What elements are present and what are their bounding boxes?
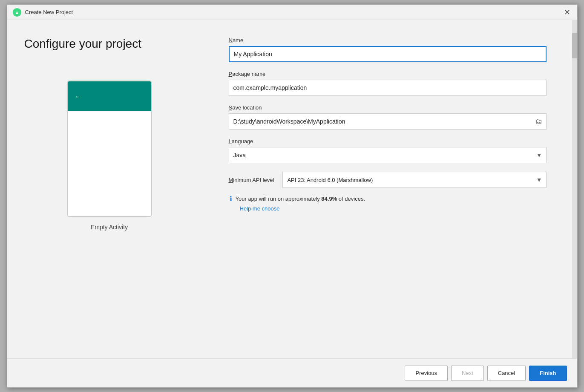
language-select[interactable]: Java Kotlin <box>229 147 547 163</box>
info-icon: ℹ <box>230 195 232 203</box>
package-name-input[interactable] <box>229 80 547 96</box>
dialog-title: Create New Project <box>25 9 73 15</box>
close-button[interactable]: ✕ <box>562 8 572 17</box>
api-select-wrapper: API 16: Android 4.1 (Jelly Bean) API 17:… <box>282 172 546 188</box>
language-select-wrapper: Java Kotlin ▼ <box>229 147 547 163</box>
create-project-dialog: ▲ Create New Project ✕ Configure your pr… <box>7 4 578 388</box>
title-bar-left: ▲ Create New Project <box>12 8 73 17</box>
package-name-label: Package name <box>229 71 547 77</box>
language-field-group: Language Java Kotlin ▼ <box>229 138 547 163</box>
phone-header: ← <box>68 81 151 111</box>
name-field-group: NNameame <box>229 37 547 62</box>
preview-container: ← Empty Activity <box>24 81 195 231</box>
title-bar: ▲ Create New Project ✕ <box>7 5 577 20</box>
language-label: Language <box>229 138 547 144</box>
min-api-level-row: Minimum API level API 16: Android 4.1 (J… <box>229 172 547 188</box>
android-studio-icon: ▲ <box>12 8 22 17</box>
previous-button[interactable]: Previous <box>405 366 448 381</box>
name-input[interactable] <box>229 46 547 62</box>
svg-text:▲: ▲ <box>14 9 19 14</box>
dialog-content: Configure your project ← Empty Activity … <box>7 20 577 358</box>
back-arrow-icon: ← <box>75 92 83 101</box>
preview-label: Empty Activity <box>91 224 128 231</box>
info-row: ℹ Your app will run on approximately 84.… <box>229 195 547 203</box>
dialog-footer: Previous Next Cancel Finish <box>7 358 577 387</box>
phone-body <box>68 111 151 216</box>
save-location-label: Save location <box>229 104 547 111</box>
right-panel: NNameame Package name Save location 🗂 <box>207 20 572 358</box>
cancel-button[interactable]: Cancel <box>487 366 526 381</box>
name-label: NNameame <box>229 37 547 43</box>
info-text: Your app will run on approximately 84.9%… <box>236 196 365 202</box>
save-location-input[interactable] <box>229 113 547 130</box>
package-name-field-group: Package name <box>229 71 547 96</box>
folder-icon[interactable]: 🗂 <box>535 118 542 125</box>
min-api-select[interactable]: API 16: Android 4.1 (Jelly Bean) API 17:… <box>282 172 546 188</box>
phone-mockup: ← <box>67 81 152 217</box>
page-title: Configure your project <box>24 37 195 51</box>
left-panel: Configure your project ← Empty Activity <box>7 20 207 358</box>
min-api-label: Minimum API level <box>229 177 274 183</box>
scrollbar-track[interactable] <box>572 20 577 358</box>
save-location-field-group: Save location 🗂 <box>229 104 547 130</box>
help-me-choose-link[interactable]: Help me choose <box>229 205 547 212</box>
save-location-input-wrapper: 🗂 <box>229 113 547 130</box>
next-button[interactable]: Next <box>451 366 484 381</box>
finish-button[interactable]: Finish <box>529 366 567 381</box>
scrollbar-thumb[interactable] <box>572 33 577 58</box>
